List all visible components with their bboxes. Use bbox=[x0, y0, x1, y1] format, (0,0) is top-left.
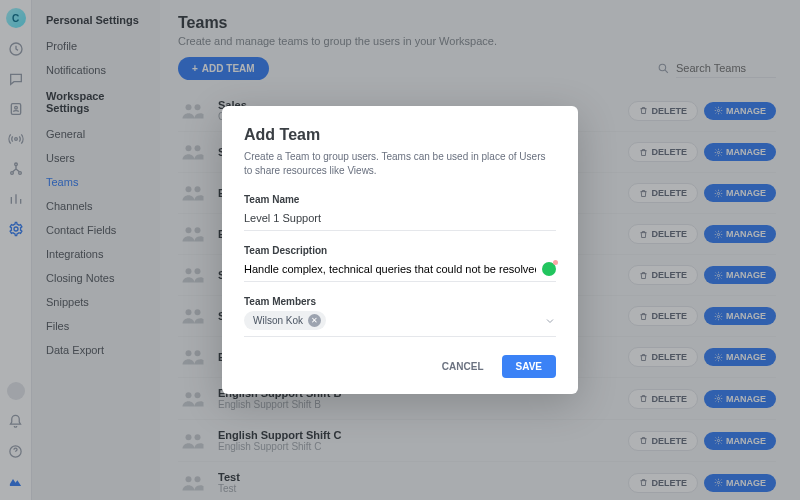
modal-overlay[interactable]: Add Team Create a Team to group users. T… bbox=[0, 0, 800, 500]
modal-subtitle: Create a Team to group users. Teams can … bbox=[244, 150, 556, 178]
modal-actions: CANCEL SAVE bbox=[244, 355, 556, 378]
team-members-select[interactable]: Wilson Kok ✕ bbox=[244, 311, 556, 337]
grammarly-icon[interactable] bbox=[542, 262, 556, 276]
team-name-label: Team Name bbox=[244, 194, 556, 205]
team-desc-input[interactable] bbox=[244, 260, 536, 281]
member-chip-label: Wilson Kok bbox=[253, 315, 303, 326]
team-members-label: Team Members bbox=[244, 296, 556, 307]
modal-title: Add Team bbox=[244, 126, 556, 144]
team-name-input[interactable] bbox=[244, 209, 556, 231]
add-team-modal: Add Team Create a Team to group users. T… bbox=[222, 106, 578, 394]
cancel-button[interactable]: CANCEL bbox=[434, 355, 492, 378]
remove-member-icon[interactable]: ✕ bbox=[308, 314, 321, 327]
chevron-down-icon[interactable] bbox=[544, 315, 556, 327]
team-desc-label: Team Description bbox=[244, 245, 556, 256]
save-button[interactable]: SAVE bbox=[502, 355, 557, 378]
member-chip: Wilson Kok ✕ bbox=[244, 311, 326, 330]
